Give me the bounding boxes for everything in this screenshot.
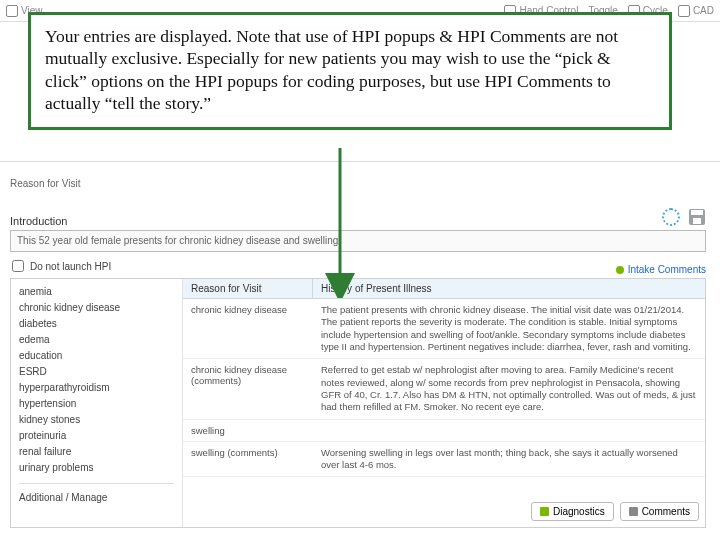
intake-comments-label: Intake Comments (628, 264, 706, 275)
sidebar-item[interactable]: urinary problems (19, 461, 174, 474)
diagnostics-button[interactable]: Diagnostics (531, 502, 614, 521)
svg-rect-2 (693, 218, 701, 224)
table-row[interactable]: swelling (183, 420, 705, 442)
sidebar-manage[interactable]: Additional / Manage (19, 491, 174, 504)
hpi-panel: anemia chronic kidney disease diabetes e… (10, 278, 706, 528)
row-reason: swelling (comments) (183, 442, 313, 477)
callout-arrow (310, 148, 370, 298)
hpi-button-bar: Diagnostics Comments (531, 502, 699, 521)
comments-label: Comments (642, 506, 690, 517)
sidebar-item[interactable]: diabetes (19, 317, 174, 330)
row-reason: chronic kidney disease (comments) (183, 359, 313, 418)
intro-icons (662, 208, 706, 226)
hpi-sidebar: anemia chronic kidney disease diabetes e… (11, 279, 183, 527)
launch-hpi-label: Do not launch HPI (30, 261, 111, 272)
hpi-header-row: Reason for Visit History of Present Illn… (183, 279, 705, 299)
intro-heading: Introduction (10, 215, 67, 227)
loading-icon (662, 208, 680, 226)
tb-cad[interactable]: CAD (678, 5, 714, 17)
sidebar-separator (19, 483, 174, 484)
sidebar-item[interactable]: renal failure (19, 445, 174, 458)
sidebar-item[interactable]: hypertension (19, 397, 174, 410)
sidebar-item[interactable]: kidney stones (19, 413, 174, 426)
sidebar-item[interactable]: anemia (19, 285, 174, 298)
tb-cad-label: CAD (693, 5, 714, 16)
sidebar-item[interactable]: chronic kidney disease (19, 301, 174, 314)
diagnostics-label: Diagnostics (553, 506, 605, 517)
row-reason: swelling (183, 420, 313, 441)
dot-icon (616, 266, 624, 274)
hpi-rows: chronic kidney disease The patient prese… (183, 299, 705, 527)
sidebar-item[interactable]: proteinuria (19, 429, 174, 442)
row-hpi (313, 420, 705, 441)
intake-comments-link[interactable]: Intake Comments (616, 264, 706, 275)
save-icon[interactable] (688, 208, 706, 226)
col-hpi: History of Present Illness (313, 279, 705, 298)
sidebar-item[interactable]: education (19, 349, 174, 362)
row-hpi: The patient presents with chronic kidney… (313, 299, 705, 358)
sidebar-item[interactable]: ESRD (19, 365, 174, 378)
comments-button[interactable]: Comments (620, 502, 699, 521)
sidebar-item[interactable]: edema (19, 333, 174, 346)
instruction-callout: Your entries are displayed. Note that us… (28, 12, 672, 130)
hpi-main: Reason for Visit History of Present Illn… (183, 279, 705, 527)
row-hpi: Referred to get estab w/ nephrologist af… (313, 359, 705, 418)
row-hpi: Worsening swelling in legs over last mon… (313, 442, 705, 477)
table-row[interactable]: chronic kidney disease (comments) Referr… (183, 359, 705, 419)
view-icon (6, 5, 18, 17)
section-label: Reason for Visit (10, 178, 80, 189)
row-reason: chronic kidney disease (183, 299, 313, 358)
launch-hpi-checkbox[interactable]: Do not launch HPI (12, 260, 111, 272)
square-icon (629, 507, 638, 516)
cad-icon (678, 5, 690, 17)
launch-hpi-input[interactable] (12, 260, 24, 272)
col-reason: Reason for Visit (183, 279, 313, 298)
table-row[interactable]: chronic kidney disease The patient prese… (183, 299, 705, 359)
sidebar-item[interactable]: hyperparathyroidism (19, 381, 174, 394)
svg-rect-1 (691, 210, 703, 215)
table-row[interactable]: swelling (comments) Worsening swelling i… (183, 442, 705, 478)
square-icon (540, 507, 549, 516)
